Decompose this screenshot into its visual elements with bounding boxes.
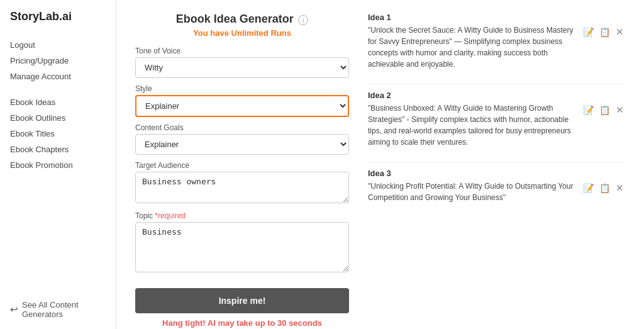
- nav-pricing[interactable]: Pricing/Upgrade: [10, 54, 106, 67]
- idea-1-edit-button[interactable]: 📝: [582, 26, 595, 38]
- idea-3-title: Idea 3: [368, 169, 625, 178]
- sidebar-item-ebook-titles[interactable]: Ebook Titles: [10, 127, 106, 140]
- nav-manage-account[interactable]: Manage Account: [10, 70, 106, 83]
- target-audience-label: Target Audience: [135, 161, 349, 170]
- sep-2: [368, 162, 625, 162]
- idea-3-header: "Unlocking Profit Potential: A Witty Gui…: [368, 181, 625, 203]
- topic-field: Topic *required Business: [135, 211, 349, 274]
- idea-2-actions: 📝 📋 ✕: [582, 104, 625, 116]
- target-audience-field: Target Audience Business owners: [135, 161, 349, 205]
- tone-label: Tone of Voice: [135, 47, 349, 55]
- results-column: Idea 1 "Unlock the Secret Sauce: A Witty…: [362, 13, 625, 316]
- sidebar-item-ebook-chapters[interactable]: Ebook Chapters: [10, 143, 106, 156]
- target-audience-input[interactable]: Business owners: [135, 172, 349, 203]
- see-all-generators[interactable]: ↩ See All Content Generators: [10, 287, 106, 319]
- topic-input[interactable]: Business: [135, 222, 349, 272]
- idea-2-header: "Business Unboxed: A Witty Guide to Mast…: [368, 103, 625, 148]
- form-column: Ebook Idea Generator i You have Unlimite…: [135, 13, 349, 316]
- inspire-button[interactable]: Inspire me!: [135, 288, 349, 313]
- content-goals-select[interactable]: Explainer How-to Tips & Tricks Case Stud…: [135, 134, 349, 155]
- idea-2-delete-button[interactable]: ✕: [614, 104, 625, 116]
- nav-logout[interactable]: Logout: [10, 38, 106, 52]
- sidebar: StoryLab.ai Logout Pricing/Upgrade Manag…: [0, 0, 116, 329]
- sep-1: [368, 84, 625, 84]
- idea-1-delete-button[interactable]: ✕: [614, 26, 625, 38]
- logo: StoryLab.ai: [10, 10, 106, 23]
- style-label: Style: [135, 84, 349, 93]
- see-all-label: See All Content Generators: [22, 300, 106, 319]
- idea-3-delete-button[interactable]: ✕: [614, 182, 625, 194]
- content-goals-field: Content Goals Explainer How-to Tips & Tr…: [135, 123, 349, 155]
- tone-field: Tone of Voice Witty Professional Casual …: [135, 47, 349, 78]
- main-content: Ebook Idea Generator i You have Unlimite…: [116, 0, 644, 329]
- idea-3-copy-button[interactable]: 📋: [598, 182, 611, 194]
- idea-2-text: "Business Unboxed: A Witty Guide to Mast…: [368, 103, 577, 148]
- idea-block-1: Idea 1 "Unlock the Secret Sauce: A Witty…: [368, 13, 625, 70]
- style-select[interactable]: Explainer How-to Story-driven Academic: [135, 95, 349, 117]
- idea-1-actions: 📝 📋 ✕: [582, 26, 625, 38]
- idea-2-copy-button[interactable]: 📋: [598, 104, 611, 116]
- topic-label: Topic *required: [135, 211, 349, 220]
- idea-3-edit-button[interactable]: 📝: [582, 182, 595, 194]
- idea-1-header: "Unlock the Secret Sauce: A Witty Guide …: [368, 25, 625, 70]
- idea-3-text: "Unlocking Profit Potential: A Witty Gui…: [368, 181, 577, 203]
- style-field: Style Explainer How-to Story-driven Acad…: [135, 84, 349, 117]
- sidebar-item-ebook-ideas[interactable]: Ebook Ideas: [10, 96, 106, 109]
- idea-2-edit-button[interactable]: 📝: [582, 104, 595, 116]
- idea-3-actions: 📝 📋 ✕: [582, 182, 625, 194]
- arrow-left-icon: ↩: [10, 304, 18, 315]
- sidebar-item-ebook-promotion[interactable]: Ebook Promotion: [10, 159, 106, 172]
- sidebar-item-ebook-outlines[interactable]: Ebook Outlines: [10, 111, 106, 125]
- idea-1-text: "Unlock the Secret Sauce: A Witty Guide …: [368, 25, 577, 70]
- idea-1-copy-button[interactable]: 📋: [598, 26, 611, 38]
- idea-block-2: Idea 2 "Business Unboxed: A Witty Guide …: [368, 91, 625, 148]
- page-title: Ebook Idea Generator: [176, 13, 294, 25]
- unlimited-runs-badge: You have Unlimited Runs: [135, 28, 349, 38]
- idea-1-title: Idea 1: [368, 13, 625, 22]
- wait-message: Hang tight! AI may take up to 30 seconds…: [135, 318, 349, 329]
- content-goals-label: Content Goals: [135, 123, 349, 132]
- idea-2-title: Idea 2: [368, 91, 625, 100]
- info-icon[interactable]: i: [298, 15, 308, 25]
- tone-select[interactable]: Witty Professional Casual Formal Inspira…: [135, 57, 349, 78]
- idea-block-3: Idea 3 "Unlocking Profit Potential: A Wi…: [368, 169, 625, 203]
